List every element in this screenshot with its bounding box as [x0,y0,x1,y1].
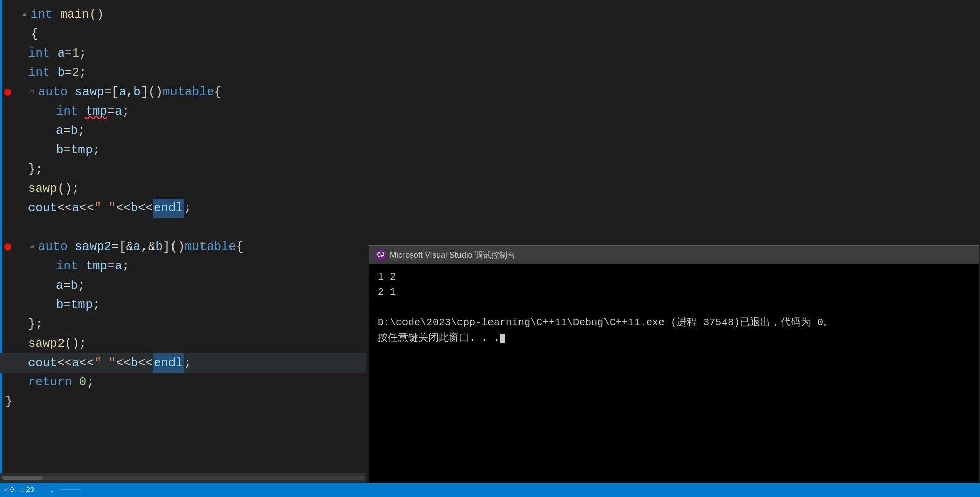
console-system-2: 按任意键关闭此窗口. . . [378,330,971,346]
fold-indicator-13[interactable]: ⊟ [28,243,36,251]
code-line-6: int tmp = a ; [0,102,366,121]
editor-area: ⊟ int main() { int a = 1 ; int b = 2 ; [0,0,980,497]
console-output-2: 2 1 [378,285,971,300]
warning-count: 23 [26,486,34,494]
breakpoint-col-13 [0,243,15,251]
fold-indicator-5[interactable]: ⊟ [28,88,36,96]
up-arrow-icon: ↑ [40,486,44,494]
code-line-11: cout << a << " " << b << endl ; [0,199,366,218]
code-line-19: cout << a << " " << b << endl ; [0,353,366,373]
code-line-14: int tmp = a ; [0,257,366,276]
code-line-21: } [0,392,366,411]
scroll-track[interactable] [2,476,364,480]
console-system-1: D:\code\2023\cpp-learning\C++11\Debug\C+… [378,315,971,330]
status-bar: ✕ 0 ⚠ 23 ↑ ↓ [0,483,980,497]
code-line-2: { [0,24,366,44]
vs-icon: C# [376,250,386,260]
console-output-1: 1 2 [378,269,971,285]
code-line-18: sawp2 (); [0,334,366,353]
code-line-9: }; [0,160,366,179]
code-line-8: b = tmp ; [0,141,366,160]
endl-highlight-2: endl [153,353,184,373]
scroll-bar-area[interactable] [0,473,366,483]
breakpoint-dot-5 [4,89,11,96]
code-line-15: a = b ; [0,276,366,295]
code-line-5: ⊟ auto sawp = [ a , b ]() mutable { [0,82,366,102]
code-line-13: ⊟ auto sawp2 = [ & a , & b ]() mutable { [0,237,366,257]
cursor [500,334,505,343]
code-line-4: int b = 2 ; [0,63,366,82]
scroll-thumb[interactable] [2,476,43,480]
debug-console: C# Microsoft Visual Studio 调试控制台 1 2 2 1… [369,245,979,497]
code-line-3: int a = 1 ; [0,44,366,63]
console-blank [378,300,971,315]
down-arrow-icon: ↓ [50,486,54,494]
status-errors[interactable]: ✕ 0 [4,486,14,494]
code-line-10: sawp (); [0,179,366,199]
error-count: 0 [10,486,14,494]
code-line-12 [0,218,366,237]
code-line-17: }; [0,315,366,334]
warning-icon: ⚠ [20,486,24,494]
code-container: ⊟ int main() { int a = 1 ; int b = 2 ; [0,0,366,417]
code-line-20: return 0 ; [0,373,366,392]
code-line-1: ⊟ int main() [0,5,366,24]
debug-console-body: 1 2 2 1 D:\code\2023\cpp-learning\C++11\… [369,264,979,496]
error-icon: ✕ [4,486,8,494]
code-line-7: a = b ; [0,121,366,141]
keyword-int: int [31,5,52,24]
status-warnings[interactable]: ⚠ 23 [20,486,34,494]
func-main: main [60,5,90,24]
status-nav-up[interactable]: ↑ [40,486,44,494]
fold-indicator-1[interactable]: ⊟ [20,11,28,19]
status-separator [61,489,81,490]
breakpoint-col-5 [0,89,15,96]
debug-console-title: Microsoft Visual Studio 调试控制台 [390,250,515,261]
breakpoint-dot-13 [4,243,11,251]
status-nav-down[interactable]: ↓ [50,486,54,494]
code-line-16: b = tmp ; [0,295,366,315]
endl-highlight-1: endl [153,199,184,218]
debug-console-titlebar: C# Microsoft Visual Studio 调试控制台 [369,246,979,264]
